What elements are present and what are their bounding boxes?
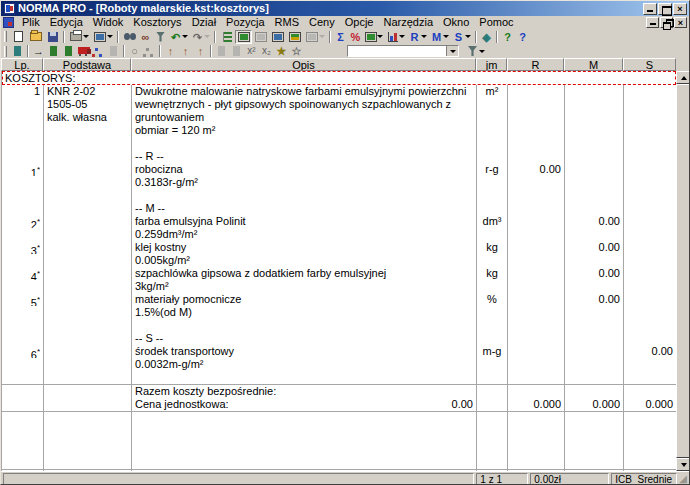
table-row[interactable]: 0.005kg/m² bbox=[2, 254, 676, 267]
sum-button[interactable]: Σ bbox=[333, 30, 348, 44]
table-row[interactable]: 2*farba emulsyjna Polinitdm³0.00 bbox=[2, 215, 676, 228]
table-row[interactable] bbox=[2, 412, 676, 469]
cell-jm bbox=[477, 150, 508, 163]
go-to-button[interactable]: → bbox=[31, 44, 46, 58]
insert-position-button[interactable] bbox=[10, 44, 25, 58]
move-up-m-button[interactable]: ↑ bbox=[178, 44, 193, 58]
favorite-outline-button[interactable]: ☆ bbox=[289, 44, 304, 58]
preview-button[interactable] bbox=[91, 30, 108, 44]
properties-button[interactable]: ◈ bbox=[479, 30, 494, 44]
open-button[interactable] bbox=[27, 30, 44, 44]
quick-filter-button[interactable] bbox=[465, 44, 480, 58]
kosztorys-row[interactable]: KOSZTORYS: bbox=[2, 71, 676, 85]
view-table-button[interactable] bbox=[286, 30, 303, 44]
save-button[interactable] bbox=[44, 30, 61, 44]
undo-button[interactable]: ↶ bbox=[168, 30, 183, 44]
table-row[interactable]: 6*środek transportowym-g0.00 bbox=[2, 345, 676, 358]
scrollbar-thumb[interactable] bbox=[676, 84, 690, 458]
labor-list-button[interactable]: R bbox=[407, 30, 422, 44]
table-row[interactable]: 1*robociznar-g0.00 bbox=[2, 163, 676, 176]
maximize-button[interactable] bbox=[658, 3, 672, 15]
table-row[interactable]: 0.259dm³/m² bbox=[2, 228, 676, 241]
mdi-close-button[interactable]: × bbox=[674, 17, 687, 28]
table-row[interactable]: 0.0032m-g/m² bbox=[2, 358, 676, 371]
toolbar-grip[interactable] bbox=[4, 31, 7, 42]
resize-grip[interactable]: ◢ bbox=[679, 474, 687, 484]
print-button[interactable] bbox=[67, 30, 84, 44]
search-button[interactable] bbox=[121, 30, 138, 44]
new-button[interactable] bbox=[10, 30, 27, 44]
app-icon[interactable] bbox=[4, 3, 15, 14]
filter-combobox[interactable] bbox=[347, 45, 459, 57]
tree-view-button[interactable] bbox=[218, 30, 235, 44]
menu-item-narzędzia[interactable]: Narzędzia bbox=[379, 16, 439, 29]
cell-podstawa bbox=[44, 202, 132, 215]
menu-item-opcje[interactable]: Opcje bbox=[340, 16, 379, 29]
menu-item-pozycja[interactable]: Pozycja bbox=[221, 16, 270, 29]
cell-m: 0.000 bbox=[565, 398, 624, 411]
mdi-restore-button[interactable] bbox=[660, 17, 673, 28]
menu-item-kosztorys[interactable]: Kosztorys bbox=[128, 16, 186, 29]
table-row[interactable]: obmiar = 120 m² bbox=[2, 124, 676, 137]
menu-item-widok[interactable]: Widok bbox=[88, 16, 129, 29]
find-next-button[interactable]: ∞ bbox=[138, 30, 153, 44]
table-row[interactable]: 1KNR 2-02Dwukrotne malowanie natryskowe … bbox=[2, 85, 676, 98]
menu-item-dział[interactable]: Dział bbox=[187, 16, 221, 29]
table-row[interactable] bbox=[2, 319, 676, 332]
table-row[interactable]: 1505-05wewnętrznych - płyt gipsowych spo… bbox=[2, 98, 676, 111]
menu-item-ceny[interactable]: Ceny bbox=[304, 16, 340, 29]
scroll-up-button[interactable] bbox=[676, 71, 690, 84]
move-up-s-button[interactable]: ↑ bbox=[193, 44, 208, 58]
menu-item-rms[interactable]: RMS bbox=[270, 16, 304, 29]
view-kosztorys-button[interactable] bbox=[235, 30, 252, 44]
menu-item-edycja[interactable]: Edycja bbox=[45, 16, 88, 29]
grid-button[interactable] bbox=[363, 30, 378, 44]
table-row[interactable]: -- S -- bbox=[2, 332, 676, 345]
recalc-button[interactable]: % bbox=[348, 30, 363, 44]
table-row[interactable]: -- M -- bbox=[2, 202, 676, 215]
table-row[interactable]: 4*szpachlówka gipsowa z dodatkiem farby … bbox=[2, 267, 676, 280]
table-row[interactable]: 3kg/m² bbox=[2, 280, 676, 293]
insert-material-button[interactable] bbox=[61, 44, 76, 58]
cell-jm bbox=[477, 254, 508, 267]
table-row[interactable]: 0.3183r-g/m² bbox=[2, 176, 676, 189]
insert-equipment-button[interactable] bbox=[76, 44, 91, 58]
table-row[interactable]: -- R -- bbox=[2, 150, 676, 163]
table-row[interactable]: 1.5%(od M) bbox=[2, 306, 676, 319]
rms-tree-button[interactable] bbox=[91, 44, 106, 58]
superscript-button[interactable]: x² bbox=[244, 44, 259, 58]
chart-button[interactable] bbox=[385, 30, 400, 44]
close-button[interactable]: × bbox=[673, 3, 687, 15]
table-row[interactable] bbox=[2, 371, 676, 384]
filter-button[interactable] bbox=[153, 30, 168, 44]
table-row[interactable]: kalk. własnagruntowaniem bbox=[2, 111, 676, 124]
menu-item-pomoc[interactable]: Pomoc bbox=[474, 16, 518, 29]
minimize-button[interactable] bbox=[643, 3, 657, 15]
context-help-button[interactable]: ? bbox=[515, 30, 530, 44]
table-row[interactable] bbox=[2, 137, 676, 150]
status-message bbox=[3, 473, 474, 485]
menu-item-plik[interactable]: Plik bbox=[17, 16, 45, 29]
star-filled-icon: ★ bbox=[277, 45, 287, 57]
scroll-down-button[interactable] bbox=[676, 458, 690, 471]
favorite-button[interactable]: ★ bbox=[274, 44, 289, 58]
table-row[interactable]: Cena jednostkowa:0.000.0000.0000.000 bbox=[2, 398, 676, 411]
move-up-r-button[interactable]: ↑ bbox=[163, 44, 178, 58]
insert-labor-button[interactable] bbox=[46, 44, 61, 58]
filter-combo-input[interactable] bbox=[348, 46, 446, 56]
view-positions-button[interactable] bbox=[269, 30, 286, 44]
table-row[interactable]: 5*materiały pomocnicze%0.00 bbox=[2, 293, 676, 306]
menu-item-okno[interactable]: Okno bbox=[438, 16, 474, 29]
combo-dropdown-button[interactable] bbox=[446, 46, 458, 56]
subscript-button[interactable]: x₂ bbox=[259, 44, 274, 58]
equipment-list-button[interactable]: S bbox=[451, 30, 466, 44]
help-button[interactable]: ? bbox=[500, 30, 515, 44]
material-list-button[interactable]: M bbox=[429, 30, 444, 44]
document-icon[interactable] bbox=[3, 17, 14, 28]
table-row[interactable]: 3*klej kostnykg0.00 bbox=[2, 241, 676, 254]
toolbar-grip-2[interactable] bbox=[4, 46, 7, 57]
vertical-scrollbar[interactable] bbox=[676, 71, 690, 471]
mdi-minimize-button[interactable] bbox=[646, 17, 659, 28]
table-row[interactable] bbox=[2, 189, 676, 202]
table-row[interactable]: Razem koszty bezpośrednie: bbox=[2, 385, 676, 398]
